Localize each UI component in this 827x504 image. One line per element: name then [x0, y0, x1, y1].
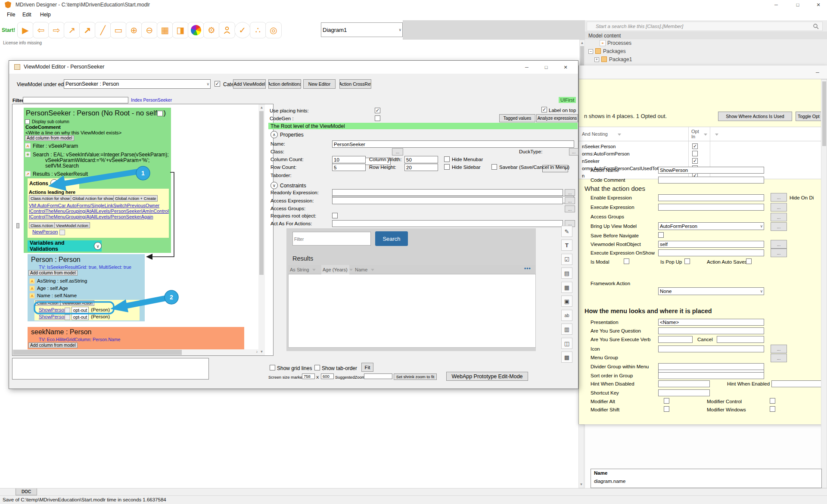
dock-scroll-down-icon[interactable]: ▼: [579, 482, 584, 487]
class-ellipsis-button[interactable]: ...: [392, 148, 403, 156]
bring-up-view-model-select[interactable]: AutoFormPerson: [658, 222, 764, 230]
opt-in-checkbox[interactable]: [692, 143, 698, 149]
show-tab-order-checkbox[interactable]: [314, 365, 320, 370]
enable-expression-field[interactable]: [658, 194, 764, 201]
column-width-field[interactable]: 50: [404, 156, 438, 163]
tree-scroll-down-icon[interactable]: ▼: [258, 349, 265, 355]
new-editor-button[interactable]: New Editor: [303, 79, 336, 89]
grid-component-icon[interactable]: ▥: [561, 324, 572, 335]
filter-funnel-icon[interactable]: [618, 134, 621, 136]
opt-out-button[interactable]: opt-out: [72, 307, 89, 313]
constraints-collapse-button[interactable]: ∨: [270, 182, 278, 189]
zoom-in-icon[interactable]: ⊕: [126, 22, 142, 38]
textbox-component-icon[interactable]: ab: [561, 310, 572, 321]
savebar-checkbox[interactable]: [491, 164, 497, 170]
vm-root-panel[interactable]: PersonSeeker : Person (No Root - no self…: [24, 108, 171, 253]
modifier-alt-checkbox[interactable]: [664, 398, 669, 404]
package1-expander-icon[interactable]: +: [594, 57, 599, 62]
action-auto-saves-checkbox[interactable]: [746, 258, 752, 264]
add-column-button[interactable]: Add column from model: [28, 342, 78, 348]
opt-out-button[interactable]: opt-out: [72, 314, 89, 320]
text-component-icon[interactable]: T: [561, 240, 572, 251]
icon-field[interactable]: [658, 345, 764, 352]
class-action-for-show-button[interactable]: Class Action for show: [29, 195, 72, 202]
column-filter[interactable]: Filter : vSeekParam: [33, 143, 78, 149]
screen-height-field[interactable]: 600: [321, 373, 334, 379]
spiral-icon[interactable]: ◎: [265, 22, 282, 38]
action-mini-button[interactable]: [65, 314, 70, 320]
class-action-button[interactable]: Class Action: [35, 300, 60, 306]
add-viewmodel-button[interactable]: Add ViewModel: [233, 79, 266, 89]
variables-collapse-button[interactable]: ∨: [94, 242, 102, 250]
start-label[interactable]: Start!: [2, 27, 15, 33]
row-handle[interactable]: [16, 223, 19, 228]
tree-item-processes[interactable]: Processes: [607, 40, 631, 46]
action-link[interactable]: IControlTheMenuGrouping/AtAllLevels/Pers…: [29, 208, 169, 214]
usage-row[interactable]: nSeeker.Person: [582, 144, 616, 149]
action-window-minimize-button[interactable]: ─: [811, 68, 824, 76]
tree-filter-input[interactable]: [23, 97, 128, 103]
viewmodel-rootobject-ellipsis-button[interactable]: ...: [771, 240, 787, 249]
settings-gears-icon[interactable]: ⚙: [203, 22, 220, 38]
access-expression-ellipsis-button[interactable]: ...: [565, 197, 575, 204]
action-crossref-button[interactable]: Action CrossRef: [339, 79, 371, 89]
are-you-sure-verb-field[interactable]: [658, 336, 693, 343]
show-person-link[interactable]: ShowPerson: [39, 314, 67, 319]
association-arrow-icon[interactable]: ↗: [64, 22, 80, 38]
column-search[interactable]: Search : EAL: vSeekIntValue:=Integer.Par…: [33, 152, 169, 158]
access-groups-ellipsis-button[interactable]: ...: [771, 213, 787, 221]
modifier-windows-checkbox[interactable]: [770, 406, 775, 412]
readonly-expression-field[interactable]: [332, 189, 563, 196]
viewmodel-action-button[interactable]: ViewModel Action: [60, 300, 94, 306]
dialog-close-button[interactable]: ✕: [559, 63, 572, 71]
user-roles-icon[interactable]: [219, 22, 235, 38]
usage-row[interactable]: orms:AutoFormPerson: [582, 151, 630, 156]
fit-button[interactable]: Fit: [361, 363, 373, 372]
column-results[interactable]: Results : vSeekerResult: [33, 171, 88, 177]
presentation-field[interactable]: <Name>: [658, 319, 764, 326]
class-action-button[interactable]: Class Action: [29, 222, 55, 228]
act-as-for-actions-field[interactable]: [332, 220, 563, 227]
hint-when-disabled-field[interactable]: [658, 380, 710, 387]
window-run-icon[interactable]: ◨: [172, 22, 189, 38]
window-close-button[interactable]: ✕: [811, 1, 825, 9]
enable-expression-ellipsis-button[interactable]: ...: [771, 193, 787, 202]
row-height-field[interactable]: 20: [404, 164, 438, 171]
calendar-component-icon[interactable]: ▦: [561, 282, 572, 293]
action-link[interactable]: IControlTheMenuGrouping/AtAllLevels/Pers…: [29, 214, 153, 219]
add-column-button[interactable]: Add column from model: [28, 270, 78, 276]
show-grid-lines-checkbox[interactable]: [270, 365, 275, 370]
preview-search-button[interactable]: Search: [375, 231, 408, 246]
canvas-scroll-up-icon[interactable]: ▲: [580, 40, 584, 46]
combobox-component-icon[interactable]: ▤: [561, 268, 572, 279]
bring-up-view-model-ellipsis-button[interactable]: ...: [771, 222, 787, 231]
screen-width-field[interactable]: 758: [302, 373, 315, 379]
label-on-top-checkbox[interactable]: [541, 107, 547, 112]
cancel-verb-field[interactable]: [717, 336, 764, 343]
new-person-link[interactable]: NewPerson: [32, 229, 58, 234]
variables-validations-bar[interactable]: Variables and Validations ∨: [28, 240, 102, 252]
column-asstring[interactable]: AsString : self.asString: [37, 278, 87, 283]
select-frame-icon[interactable]: ▭: [110, 22, 127, 38]
preview-col-age[interactable]: Age (Years): [323, 267, 348, 272]
nav-forward-icon[interactable]: ⇨: [48, 22, 65, 38]
viewmodel-under-edit-select[interactable]: PersonSeeker : Person: [64, 79, 211, 89]
action-definitions-button[interactable]: Action definitions: [268, 79, 301, 89]
menu-file[interactable]: File: [7, 12, 15, 18]
add-column-button[interactable]: Add column from model: [25, 135, 74, 141]
display-sub-column-checkbox[interactable]: [25, 119, 30, 124]
shortcut-key-field[interactable]: [658, 389, 710, 396]
generalization-arrow-icon[interactable]: ↗: [79, 22, 96, 38]
global-action-for-show-button[interactable]: Global Action for show: [71, 195, 115, 202]
code-comment-field[interactable]: [658, 177, 764, 184]
zoom-out-icon[interactable]: ⊖: [141, 22, 158, 38]
window-grid-icon[interactable]: ▦: [157, 22, 173, 38]
filter-funnel-icon[interactable]: [371, 269, 374, 271]
codegen-checkbox[interactable]: [375, 115, 380, 121]
icon-ellipsis-button[interactable]: ...: [771, 345, 787, 353]
menu-help[interactable]: Help: [40, 12, 51, 18]
search-icon[interactable]: [813, 23, 819, 31]
execute-expression-onshow-field[interactable]: [658, 249, 764, 256]
diagram-selector[interactable]: Diagram1: [321, 22, 403, 37]
webapp-prototype-button[interactable]: WebApp Prototype Edit-Mode: [446, 372, 528, 381]
